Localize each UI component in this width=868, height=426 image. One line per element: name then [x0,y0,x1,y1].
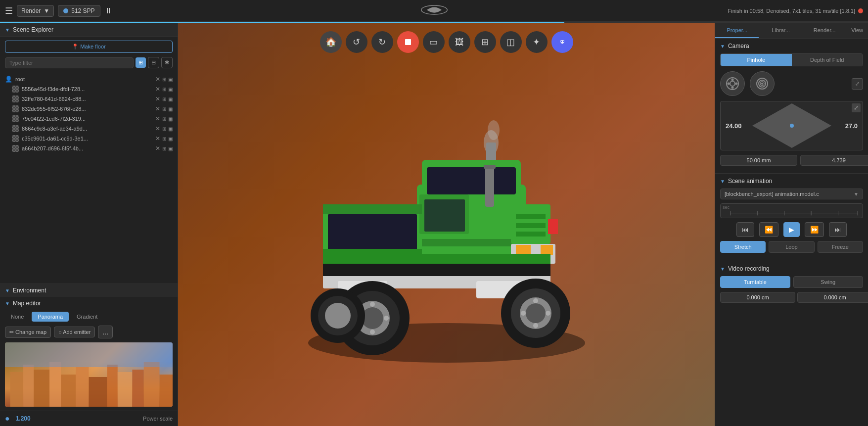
fov-right-value: 27.0 [845,122,858,130]
tree-item-4[interactable]: 8664c9c8-a3ef-ae34-a9d... ✕ ⊞ ▣ [0,124,178,134]
scene-tree: 👤 root ✕ ⊞ ▣ 5556a45d-f3de-dfdf-728... ✕… [0,72,178,284]
swing-button[interactable]: Swing [793,276,864,288]
tree-item-4-lock-icon[interactable]: ▣ [168,126,173,132]
freeze-mode-button[interactable]: Freeze [818,241,863,253]
viewport: 🏠 ↺ ↻ ▭ 🖼 ⊞ ◫ ✦ [178,23,715,426]
svg-rect-65 [424,199,465,232]
tree-item-3-delete-icon[interactable]: ✕ [155,115,160,122]
layout-single-button[interactable]: ▭ [423,31,445,53]
forward-button[interactable]: ⏩ [805,222,824,237]
tree-item-5-lock-icon[interactable]: ▣ [168,136,173,142]
tree-item-0[interactable]: 5556a45d-f3de-dfdf-728... ✕ ⊞ ▣ [0,84,178,94]
hamburger-menu[interactable]: ☰ [5,5,13,16]
camera-icon-1[interactable] [720,71,745,96]
svg-rect-67 [484,165,496,169]
tree-item-4-delete-icon[interactable]: ✕ [155,125,160,132]
tab-gradient-button[interactable]: Gradient [71,312,103,322]
tree-item-3-lock-icon[interactable]: ▣ [168,116,173,122]
camera-icon-2[interactable] [750,71,775,96]
more-options-button[interactable]: ... [98,326,113,338]
tab-view[interactable]: View [846,23,868,38]
tree-item-5-copy-icon[interactable]: ⊞ [162,136,166,142]
rewind-button[interactable]: ⏪ [759,222,778,237]
svg-rect-6 [76,367,89,407]
tree-root-lock-icon[interactable]: ▣ [168,77,173,82]
filter-input[interactable] [5,57,134,68]
screenshot-button[interactable]: 🖼 [449,31,470,53]
tree-item-2-delete-icon[interactable]: ✕ [155,105,160,112]
undo-button[interactable]: ↺ [346,31,367,53]
tree-item-5-delete-icon[interactable]: ✕ [155,135,160,142]
tree-item-6[interactable]: a664b207-d696-6f5f-4b... ✕ ⊞ ▣ [0,143,178,153]
tree-item-4-copy-icon[interactable]: ⊞ [162,126,166,132]
change-map-button[interactable]: ✏ Change map [5,327,51,338]
filter-flat-button[interactable]: ⊟ [148,57,159,68]
tree-item-6-lock-icon[interactable]: ▣ [168,146,173,151]
skip-forward-button[interactable]: ⏭ [829,222,847,237]
focal-length-input[interactable] [720,155,797,166]
fov-expand-button[interactable]: ⤢ [852,103,861,112]
tree-item-5[interactable]: c35c9601-da61-cc9d-3e1... ✕ ⊞ ▣ [0,134,178,143]
viewport-toolbar: 🏠 ↺ ↻ ▭ 🖼 ⊞ ◫ ✦ [320,31,573,53]
tree-item-3-copy-icon[interactable]: ⊞ [162,116,166,122]
tree-item-6-copy-icon[interactable]: ⊞ [162,146,166,151]
svg-point-63 [325,303,351,329]
redo-button[interactable]: ↻ [371,31,393,53]
svg-rect-7 [89,377,107,407]
aperture-input[interactable] [800,155,868,166]
tree-item-1[interactable]: 32ffe780-641d-6624-c88... ✕ ⊞ ▣ [0,94,178,104]
stop-button[interactable] [397,31,419,53]
filter-options-button[interactable]: ✱ [161,57,173,68]
render-dropdown[interactable]: Render ▼ [17,5,54,17]
tab-library[interactable]: Librar... [759,23,802,38]
tree-item-1-copy-icon[interactable]: ⊞ [162,96,166,102]
pause-button[interactable]: ⏸ [104,6,112,15]
layout-grid-button[interactable]: ⊞ [474,31,496,53]
tree-item-2-copy-icon[interactable]: ⊞ [162,106,166,112]
tab-render[interactable]: Render... [803,23,846,38]
tree-item-0-copy-icon[interactable]: ⊞ [162,87,166,92]
tree-item-2[interactable]: 832dc955-6f52-676f-e28... ✕ ⊞ ▣ [0,104,178,114]
home-view-button[interactable]: 🏠 [320,31,342,53]
make-floor-button[interactable]: 📍 Make floor [5,41,173,53]
tree-item-6-delete-icon[interactable]: ✕ [155,145,160,152]
tree-item-0-delete-icon[interactable]: ✕ [155,86,160,93]
discord-button[interactable] [551,31,573,53]
layout-split-button[interactable]: ◫ [500,31,522,53]
skip-back-button[interactable]: ⏮ [736,222,754,237]
tree-root-item[interactable]: 👤 root ✕ ⊞ ▣ [0,74,178,84]
turntable-button[interactable]: Turntable [720,276,790,288]
video-recording-header[interactable]: ▼ Video recording [720,265,863,272]
coord-x-input[interactable] [720,292,795,303]
loop-mode-button[interactable]: Loop [769,241,814,253]
video-recording-section: ▼ Video recording Turntable Swing ⊞ [715,261,868,307]
tab-properties[interactable]: Proper... [715,23,759,38]
camera-expand-button[interactable]: ⤢ [852,78,863,90]
scene-explorer-header[interactable]: ▼ Scene Explorer [0,23,178,37]
tree-root-copy-icon[interactable]: ⊞ [162,77,166,82]
tree-item-3[interactable]: 79c04f22-1cd6-7f2d-319... ✕ ⊞ ▣ [0,114,178,124]
filter-hierarchy-button[interactable]: ⊞ [136,57,146,68]
tab-panorama-button[interactable]: Panorama [32,312,69,322]
coord-y-input[interactable] [797,292,868,303]
tree-item-0-lock-icon[interactable]: ▣ [168,87,173,92]
stretch-mode-button[interactable]: Stretch [720,241,766,253]
play-button[interactable]: ▶ [783,222,800,237]
environment-triangle-icon: ▼ [5,288,10,293]
tree-item-1-lock-icon[interactable]: ▣ [168,96,173,102]
tree-root-delete-icon[interactable]: ✕ [155,76,160,83]
scene-animation-header[interactable]: ▼ Scene animation [720,178,863,185]
environment-header[interactable]: ▼ Environment [0,284,178,297]
add-emitter-button[interactable]: ○ Add emitter [54,327,95,337]
tree-item-1-delete-icon[interactable]: ✕ [155,95,160,102]
map-editor-header[interactable]: ▼ Map editor [0,297,178,310]
effects-button[interactable]: ✦ [526,31,548,53]
dof-button[interactable]: Depth of Field [792,54,863,66]
tree-root-label: root [15,76,152,82]
tree-item-2-lock-icon[interactable]: ▣ [168,106,173,112]
animation-dropdown[interactable]: [blockbench_export] animation.model.c ▼ [720,189,863,199]
tab-none-button[interactable]: None [5,312,30,322]
pinhole-button[interactable]: Pinhole [721,54,792,66]
svg-rect-41 [323,264,550,270]
camera-section-header[interactable]: ▼ Camera [720,43,863,49]
